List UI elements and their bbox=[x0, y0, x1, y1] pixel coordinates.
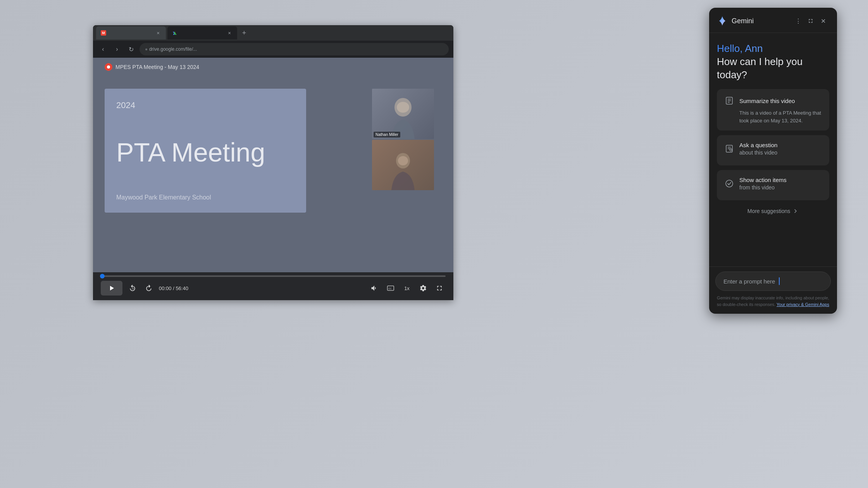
gmail-favicon: M bbox=[101, 30, 106, 36]
suggestion-ask-title-main: Ask a question bbox=[739, 141, 777, 149]
captions-button[interactable]: CC bbox=[384, 282, 397, 294]
fullscreen-button[interactable] bbox=[433, 282, 446, 294]
settings-icon bbox=[419, 284, 427, 292]
slide-content: 2024 PTA Meeting Maywood Park Elementary… bbox=[105, 89, 306, 213]
participant-thumb-1: Nathan Miller bbox=[372, 89, 434, 139]
volume-icon bbox=[370, 284, 378, 292]
disclaimer-link[interactable]: Your privacy & Gemini Apps bbox=[777, 302, 829, 307]
controls-row: 10 00:00 / 56:40 bbox=[101, 281, 446, 296]
svg-point-2 bbox=[397, 102, 409, 113]
svg-text:10: 10 bbox=[132, 287, 134, 290]
recording-badge bbox=[105, 63, 112, 71]
expand-icon bbox=[808, 18, 814, 24]
play-button[interactable] bbox=[101, 281, 122, 296]
tab-gmail-close[interactable]: ✕ bbox=[155, 30, 161, 36]
slide-year: 2024 bbox=[116, 100, 294, 110]
gemini-sparkle-icon bbox=[717, 15, 728, 26]
gemini-logo-icon bbox=[717, 15, 728, 26]
speed-label: 1x bbox=[404, 285, 410, 291]
forward-button[interactable] bbox=[143, 282, 155, 294]
greeting-subtitle: How can I help you today? bbox=[717, 55, 829, 82]
tab-gmail[interactable]: M ✕ bbox=[96, 26, 166, 40]
time-display: 00:00 / 56:40 bbox=[159, 285, 188, 291]
video-title-bar: MPES PTA Meeting - May 13 2024 bbox=[105, 63, 199, 71]
suggestion-card-action-items[interactable]: Show action items from this video bbox=[717, 170, 829, 200]
browser-tabs: M ✕ ✕ + bbox=[93, 25, 453, 41]
settings-button[interactable] bbox=[417, 282, 429, 294]
gemini-header: Gemini ⋮ ✕ bbox=[709, 8, 837, 33]
more-suggestions-label: More suggestions bbox=[747, 208, 790, 214]
close-button[interactable]: ✕ bbox=[817, 15, 829, 27]
suggestion-summarize-title: Summarize this video bbox=[739, 98, 795, 104]
back-button[interactable]: ‹ bbox=[98, 44, 108, 55]
action-items-icon bbox=[724, 178, 735, 189]
document-list-icon bbox=[725, 96, 734, 105]
more-suggestions-button[interactable]: More suggestions bbox=[717, 205, 829, 217]
svg-text:?: ? bbox=[730, 149, 732, 151]
document-question-icon: ? bbox=[725, 144, 734, 153]
play-icon bbox=[108, 285, 115, 291]
expand-button[interactable] bbox=[804, 15, 817, 27]
rewind-button[interactable]: 10 bbox=[126, 282, 139, 294]
captions-icon: CC bbox=[387, 284, 394, 292]
slide-title: PTA Meeting bbox=[116, 138, 294, 167]
browser-window: M ✕ ✕ + ‹ › ↻ ● drive.google.com/file/ bbox=[93, 25, 453, 300]
video-title: MPES PTA Meeting - May 13 2024 bbox=[115, 64, 199, 70]
greeting-name: Hello, Ann bbox=[717, 42, 829, 55]
suggestion-summarize-body: This is a video of a PTA Meeting that to… bbox=[724, 109, 822, 124]
prompt-placeholder-text: Enter a prompt here bbox=[723, 278, 775, 285]
disclaimer-text: Gemini may display inaccurate info, incl… bbox=[715, 295, 831, 308]
slide-school: Maywood Park Elementary School bbox=[116, 194, 294, 201]
prompt-input-wrapper[interactable]: Enter a prompt here bbox=[715, 271, 831, 291]
forward-button[interactable]: › bbox=[112, 44, 122, 55]
progress-dot bbox=[100, 274, 105, 278]
address-text: drive.google.com/file/... bbox=[149, 46, 197, 52]
suggestion-ask-header: ? Ask a question about this video bbox=[724, 141, 822, 156]
svg-point-18 bbox=[726, 180, 733, 187]
rewind-icon: 10 bbox=[129, 284, 136, 292]
fullscreen-icon bbox=[436, 284, 443, 292]
person-silhouette-2 bbox=[388, 151, 418, 190]
gemini-title: Gemini bbox=[732, 17, 792, 25]
new-tab-button[interactable]: + bbox=[239, 27, 250, 38]
chevron-right-icon bbox=[792, 208, 799, 214]
more-options-button[interactable]: ⋮ bbox=[792, 15, 804, 27]
svg-point-4 bbox=[398, 156, 408, 165]
gmail-icon: M bbox=[101, 30, 106, 36]
checkmark-circle-icon bbox=[725, 179, 734, 188]
suggestion-action-titles: Show action items from this video bbox=[739, 176, 787, 191]
suggestion-card-summarize-header: Summarize this video bbox=[724, 95, 822, 106]
svg-point-0 bbox=[107, 65, 110, 69]
suggestion-action-title-sub: from this video bbox=[739, 184, 787, 191]
address-bar[interactable]: ● drive.google.com/file/... bbox=[140, 43, 449, 55]
summarize-icon bbox=[724, 95, 735, 106]
participant-name-1: Nathan Miller bbox=[374, 132, 400, 137]
rec-icon bbox=[107, 65, 110, 69]
participant-thumb-2 bbox=[372, 140, 434, 190]
gemini-footer: Enter a prompt here Gemini may display i… bbox=[709, 266, 837, 314]
participant-grid: Nathan Miller bbox=[372, 89, 434, 190]
gemini-panel: Gemini ⋮ ✕ Hello, Ann How can I help you… bbox=[709, 8, 837, 314]
refresh-button[interactable]: ↻ bbox=[126, 44, 136, 55]
suggestion-action-title-main: Show action items bbox=[739, 176, 787, 184]
speed-button[interactable]: 1x bbox=[401, 282, 413, 294]
tab-drive-close[interactable]: ✕ bbox=[226, 30, 232, 36]
suggestion-ask-titles: Ask a question about this video bbox=[739, 141, 777, 156]
suggestion-action-header: Show action items from this video bbox=[724, 176, 822, 191]
suggestion-ask-title-sub: about this video bbox=[739, 149, 777, 156]
drive-favicon bbox=[172, 30, 177, 36]
text-cursor bbox=[779, 277, 780, 285]
time-current: 00:00 bbox=[159, 285, 172, 291]
suggestion-card-ask-question[interactable]: ? Ask a question about this video bbox=[717, 135, 829, 165]
suggestion-card-summarize[interactable]: Summarize this video This is a video of … bbox=[717, 89, 829, 131]
volume-button[interactable] bbox=[368, 282, 381, 294]
progress-bar[interactable] bbox=[101, 275, 446, 277]
browser-toolbar: ‹ › ↻ ● drive.google.com/file/... bbox=[93, 41, 453, 58]
video-controls: 10 00:00 / 56:40 bbox=[93, 272, 453, 300]
tab-drive[interactable]: ✕ bbox=[167, 26, 237, 40]
gemini-body: Hello, Ann How can I help you today? Sum… bbox=[709, 33, 837, 266]
svg-text:CC: CC bbox=[388, 287, 391, 290]
greeting-section: Hello, Ann How can I help you today? bbox=[717, 42, 829, 81]
forward-icon bbox=[145, 284, 153, 292]
prompt-input-display: Enter a prompt here bbox=[723, 277, 823, 285]
